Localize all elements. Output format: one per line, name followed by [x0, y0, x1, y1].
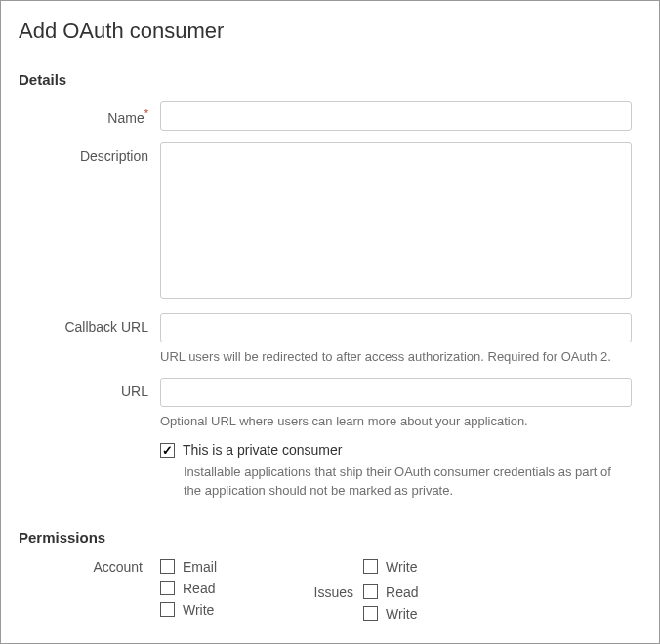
issues-write-label: Write — [386, 606, 417, 622]
url-help: Optional URL where users can learn more … — [160, 413, 632, 430]
private-consumer-checkbox[interactable] — [160, 443, 175, 458]
issues-label: Issues — [305, 584, 363, 600]
account-email-checkbox[interactable] — [160, 559, 175, 574]
account-read-checkbox[interactable] — [160, 581, 175, 595]
permissions-heading: Permissions — [19, 529, 632, 545]
issues-read-checkbox[interactable] — [363, 584, 378, 599]
callback-url-label: Callback URL — [19, 313, 160, 335]
account-options: Email Read Write — [160, 559, 217, 622]
page-title: Add OAuth consumer — [19, 19, 632, 44]
private-consumer-help: Installable applications that ship their… — [184, 463, 632, 499]
url-label: URL — [19, 378, 160, 399]
right-top-write-label: Write — [386, 559, 417, 575]
callback-url-help: URL users will be redirected to after ac… — [160, 348, 632, 366]
issues-read-label: Read — [386, 584, 418, 600]
details-heading: Details — [19, 71, 632, 88]
description-label: Description — [19, 142, 160, 164]
account-write-label: Write — [183, 602, 214, 618]
description-input[interactable] — [160, 142, 632, 299]
name-label: Name* — [19, 101, 160, 126]
name-input[interactable] — [160, 101, 632, 131]
private-consumer-label: This is a private consumer — [183, 442, 342, 458]
callback-url-input[interactable] — [160, 313, 632, 342]
issues-write-checkbox[interactable] — [363, 606, 378, 621]
url-input[interactable] — [160, 378, 632, 407]
right-top-write-checkbox[interactable] — [363, 559, 378, 574]
account-label: Account — [19, 559, 160, 575]
account-read-label: Read — [183, 581, 215, 596]
account-write-checkbox[interactable] — [160, 602, 175, 617]
account-email-label: Email — [183, 559, 217, 575]
